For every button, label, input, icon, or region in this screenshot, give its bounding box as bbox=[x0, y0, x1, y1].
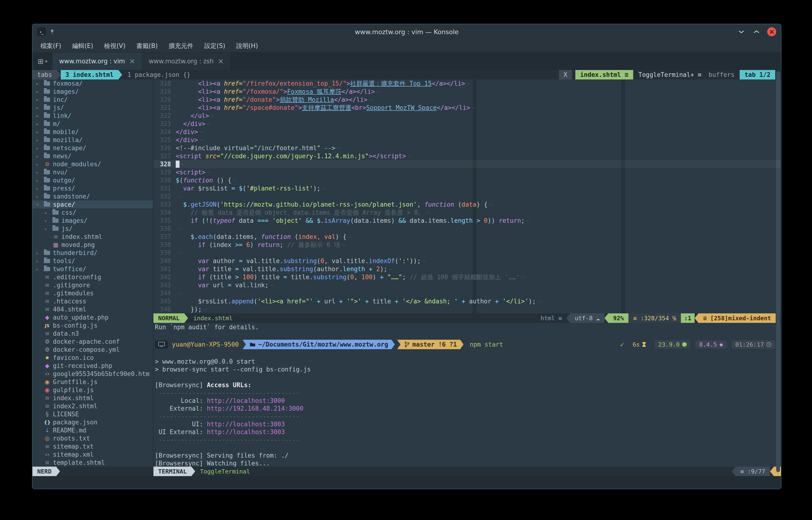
code-line[interactable]: 326<!--#include virtual="/inc/footer.htm… bbox=[154, 144, 781, 152]
code-line[interactable]: 343 var url = val.link;~ bbox=[154, 281, 781, 289]
code-line[interactable]: 328 ~ bbox=[154, 160, 781, 168]
code-line[interactable]: 324</div>~ bbox=[154, 128, 781, 136]
tree-dir[interactable]: ▸tools/ bbox=[32, 257, 153, 265]
tree-dir[interactable]: ▸news/ bbox=[32, 152, 153, 160]
code-line[interactable]: 321 <li><a href="/space#donate">支持摩茲工寮營運… bbox=[154, 104, 781, 112]
tree-dir[interactable]: ▸sandstone/ bbox=[32, 192, 153, 201]
tree-dir[interactable]: ▸mozilla/ bbox=[32, 136, 153, 144]
tree-file[interactable]: ◆git-received.php bbox=[32, 362, 153, 370]
tree-dir[interactable]: ▸nvu/ bbox=[32, 168, 153, 176]
tabline-buffer-chip[interactable]: index.shtml ≡ bbox=[575, 70, 633, 79]
code-line[interactable]: 345 $rssList.append('<li><a href="' + ur… bbox=[154, 297, 781, 305]
tree-file[interactable]: ≡index.shtml bbox=[32, 394, 153, 402]
code-line[interactable]: 342 if (title > 100) title = title.subst… bbox=[154, 273, 781, 281]
tree-dir[interactable]: ▸thunderbird/ bbox=[32, 249, 153, 257]
tree-file[interactable]: ▦moved.png bbox=[32, 241, 153, 249]
konsole-tab[interactable]: www.moztw.org : zsh× bbox=[142, 52, 231, 70]
menu-item[interactable]: 檢視(V) bbox=[99, 41, 130, 51]
code-line[interactable]: 333 $.getJSON('https://moztw.github.io/p… bbox=[154, 201, 781, 209]
code-line[interactable]: 319 <li><a href="/foxmosa/">Foxmosa 狐耳摩莎… bbox=[154, 87, 781, 96]
tree-file[interactable]: ≡data.n3 bbox=[32, 330, 153, 338]
tree-file[interactable]: ◉gulpfile.js bbox=[32, 386, 153, 394]
code-line[interactable]: 327<script src="//code.jquery.com/jquery… bbox=[154, 152, 781, 160]
tree-dir[interactable]: ▸images/ bbox=[32, 216, 153, 225]
tree-file[interactable]: JSbs-config.js bbox=[32, 321, 153, 330]
terminal-buffer[interactable]: Run `npm audit` for details. yuan@Yuan-X… bbox=[154, 323, 781, 467]
tree-dir[interactable]: ▸images/ bbox=[32, 87, 153, 96]
code-line[interactable]: 330$(function () {~ bbox=[154, 176, 781, 184]
code-line[interactable]: 318 <li><a href="/firefox/extension_top_… bbox=[154, 79, 781, 87]
konsole-tab[interactable]: www.moztw.org : vim× bbox=[52, 52, 142, 70]
tree-dir[interactable]: ▾space/ bbox=[32, 201, 153, 209]
pin-icon[interactable] bbox=[49, 29, 55, 35]
tree-file[interactable]: ↓README.md bbox=[32, 426, 153, 434]
menu-item[interactable]: 說明(H) bbox=[232, 41, 263, 51]
tree-file[interactable]: ≡.editorconfig bbox=[32, 273, 153, 281]
tree-file[interactable]: ⚙docker-compose.yml bbox=[32, 346, 153, 354]
menu-item[interactable]: 擴充元件 bbox=[164, 41, 198, 51]
file-tree[interactable]: ▸foxmosa/▸images/▸inc/▸js/▸link/▸m/▸mobi… bbox=[32, 79, 153, 467]
tab-close-icon[interactable]: × bbox=[129, 58, 135, 65]
code-line[interactable]: 334 // 檢查 data 是否是個 object、data.items 是否… bbox=[154, 209, 781, 216]
code-line[interactable]: 340 var author = val.title.substring(0, … bbox=[154, 257, 781, 265]
tabline-inactive-tab[interactable]: 1 package.json {} bbox=[122, 70, 196, 79]
code-line[interactable]: 346 });~ bbox=[154, 305, 781, 313]
tabline-toggleterminal[interactable]: ToggleTerminal+ ≡ bbox=[637, 70, 703, 79]
tree-dir[interactable]: ▸js/ bbox=[32, 104, 153, 112]
tree-dir[interactable]: ▸netscape/ bbox=[32, 144, 153, 152]
tree-file[interactable]: ≡.htaccess bbox=[32, 297, 153, 305]
code-line[interactable]: 323 </div>~ bbox=[154, 120, 781, 128]
tree-dir[interactable]: ▸js/ bbox=[32, 225, 153, 233]
tree-file[interactable]: ≡.gitmodules bbox=[32, 289, 153, 297]
tree-file[interactable]: ≡sitemap.txt bbox=[32, 442, 153, 450]
tree-file[interactable]: ≡404.shtml bbox=[32, 305, 153, 313]
tabline-active-tab[interactable]: 3 index.shtml bbox=[61, 70, 118, 79]
code-line[interactable]: 332~ bbox=[154, 192, 781, 201]
tree-file[interactable]: ≡.gitignore bbox=[32, 281, 153, 289]
code-line[interactable]: 335 if (!(typeof data === 'object' && $.… bbox=[154, 216, 781, 225]
tree-file[interactable]: ◎robots.txt bbox=[32, 434, 153, 442]
code-line[interactable]: 339~ bbox=[154, 249, 781, 257]
tabline-close-button[interactable]: X bbox=[559, 70, 572, 79]
maximize-button[interactable] bbox=[752, 27, 761, 36]
menu-item[interactable]: 設定(S) bbox=[199, 41, 230, 51]
code-line[interactable]: 322 </ul>~ bbox=[154, 112, 781, 120]
tree-dir[interactable]: ▸m/ bbox=[32, 120, 153, 128]
tree-dir[interactable]: ▸twoffice/ bbox=[32, 265, 153, 273]
code-line[interactable]: 338 if (index >= 6) return; // 最多顯示 6 項~ bbox=[154, 241, 781, 249]
tree-dir[interactable]: ▸mobile/ bbox=[32, 128, 153, 136]
new-tab-button[interactable]: ⊞▾ bbox=[32, 52, 52, 70]
code-line[interactable]: 336~ bbox=[154, 225, 781, 233]
code-line[interactable]: 325</div>~ bbox=[154, 136, 781, 144]
tree-dir[interactable]: ▸press/ bbox=[32, 184, 153, 192]
tree-file[interactable]: ≡index.shtml bbox=[32, 233, 153, 241]
menu-item[interactable]: 書籤(B) bbox=[132, 41, 162, 51]
tree-file[interactable]: ‹›google955345b65bfc90e0.htm bbox=[32, 370, 153, 378]
code-line[interactable]: 341 var title = val.title.substring(auth… bbox=[154, 265, 781, 273]
tree-file[interactable]: {}package.json bbox=[32, 418, 153, 426]
menu-item[interactable]: 編輯(E) bbox=[67, 41, 98, 51]
window-titlebar[interactable]: ›_ www.moztw.org : vim — Konsole × bbox=[32, 24, 781, 40]
tree-dir[interactable]: ▸link/ bbox=[32, 112, 153, 120]
tree-dir[interactable]: ▸css/ bbox=[32, 209, 153, 216]
code-line[interactable]: 320 <li><a href="/donate">捐款贊助 Mozilla</… bbox=[154, 96, 781, 104]
tree-file[interactable]: §LICENSE bbox=[32, 410, 153, 418]
tab-close-icon[interactable]: × bbox=[218, 58, 224, 65]
tree-file[interactable]: ≡index2.shtml bbox=[32, 402, 153, 410]
tree-file[interactable]: ◆auto_update.php bbox=[32, 313, 153, 321]
menu-item[interactable]: 檔案(F) bbox=[36, 41, 66, 51]
tree-file[interactable]: ◉Gruntfile.js bbox=[32, 378, 153, 386]
code-line[interactable]: 337 $.each(data.items, function (index, … bbox=[154, 233, 781, 241]
code-line[interactable]: 344~ bbox=[154, 289, 781, 297]
close-button[interactable]: × bbox=[767, 27, 776, 36]
tree-dir[interactable]: ▸outgo/ bbox=[32, 176, 153, 184]
tree-dir[interactable]: ▸⊘node_modules/ bbox=[32, 160, 153, 168]
tree-file[interactable]: ‹›sitemap.xml bbox=[32, 450, 153, 459]
tree-dir[interactable]: ▸inc/ bbox=[32, 96, 153, 104]
code-editor[interactable]: 318 <li><a href="/firefox/extension_top_… bbox=[154, 79, 781, 313]
tree-file[interactable]: ★favicon.ico bbox=[32, 354, 153, 362]
code-line[interactable]: 329<script>~ bbox=[154, 168, 781, 176]
code-line[interactable]: 331 var $rssList = $('#planet-rss-list')… bbox=[154, 184, 781, 192]
minimize-button[interactable] bbox=[737, 27, 746, 36]
tree-file[interactable]: ⚙docker-apache.conf bbox=[32, 338, 153, 346]
